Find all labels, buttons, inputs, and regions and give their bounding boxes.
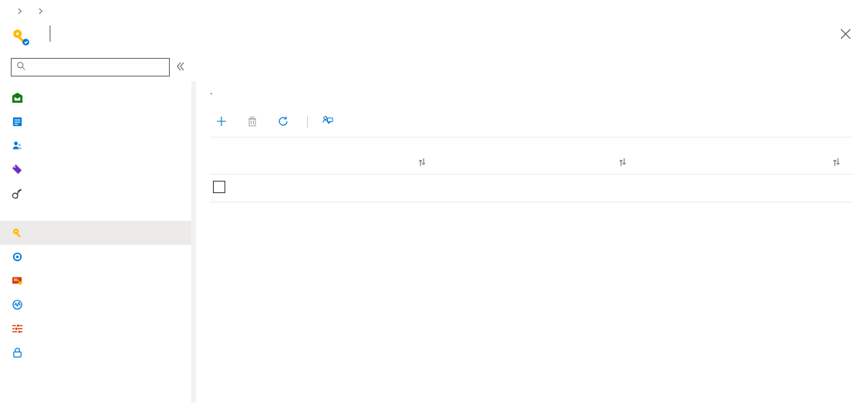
collapse-sidebar-button[interactable] — [176, 62, 185, 73]
svg-rect-26 — [12, 325, 15, 326]
gear-icon — [11, 251, 23, 263]
trash-icon — [247, 116, 258, 129]
svg-point-11 — [18, 144, 20, 146]
svg-point-33 — [18, 331, 20, 333]
svg-rect-34 — [21, 331, 22, 332]
scrollbar-track[interactable] — [191, 81, 196, 403]
table-row[interactable] — [210, 175, 853, 202]
sidebar-item-access-control[interactable] — [0, 134, 196, 158]
refresh-button[interactable] — [272, 113, 299, 132]
svg-point-12 — [14, 166, 15, 168]
svg-rect-7 — [14, 120, 20, 121]
sidebar-search-box[interactable] — [11, 58, 170, 76]
column-header-name[interactable] — [238, 158, 438, 169]
sidebar-item-overview[interactable] — [0, 86, 196, 110]
breadcrumb — [0, 0, 868, 18]
sidebar-item-nginx-monitoring[interactable] — [0, 293, 196, 317]
svg-point-20 — [15, 256, 18, 258]
svg-rect-40 — [251, 117, 254, 118]
sidebar-nav — [0, 83, 196, 365]
svg-rect-36 — [249, 119, 255, 126]
svg-line-15 — [17, 192, 19, 194]
sort-icon — [418, 158, 438, 169]
identity-icon — [11, 227, 23, 239]
svg-rect-8 — [14, 122, 20, 123]
sidebar-item-locks[interactable] — [0, 341, 196, 365]
remove-button[interactable] — [241, 113, 269, 132]
close-button[interactable] — [834, 22, 857, 46]
tags-icon — [11, 164, 23, 176]
sidebar-item-tags[interactable] — [0, 158, 196, 182]
svg-rect-29 — [12, 328, 14, 329]
column-header-subscription[interactable] — [639, 158, 853, 169]
svg-rect-18 — [15, 233, 20, 238]
svg-point-10 — [14, 141, 18, 145]
sidebar-item-nginx-certificates[interactable] — [0, 269, 196, 293]
svg-line-5 — [22, 67, 25, 70]
svg-rect-9 — [14, 124, 18, 124]
svg-point-3 — [22, 39, 29, 46]
tabbar — [210, 59, 853, 73]
properties-icon — [11, 323, 23, 335]
description-text: . — [210, 84, 853, 98]
svg-point-13 — [12, 193, 18, 199]
overview-icon — [11, 92, 23, 104]
table-header — [210, 153, 853, 175]
svg-rect-23 — [13, 280, 19, 281]
svg-rect-42 — [328, 118, 333, 122]
sidebar-heading-settings — [0, 205, 196, 221]
access-control-icon — [11, 140, 23, 152]
sidebar-item-diagnose[interactable] — [0, 182, 196, 205]
feedback-button[interactable] — [316, 112, 344, 132]
search-icon — [16, 61, 26, 73]
svg-rect-31 — [17, 328, 22, 329]
activity-log-icon — [11, 116, 23, 128]
feedback-icon — [322, 115, 333, 129]
sidebar-item-activity-log[interactable] — [0, 110, 196, 134]
page-header: | — [0, 18, 868, 55]
svg-rect-28 — [19, 325, 22, 326]
svg-point-24 — [18, 281, 22, 285]
main-content: . — [196, 55, 868, 403]
svg-rect-14 — [17, 188, 22, 192]
column-header-resource-group[interactable] — [438, 158, 639, 169]
svg-rect-35 — [13, 352, 20, 358]
sidebar-item-identity[interactable] — [0, 221, 196, 245]
svg-rect-32 — [12, 331, 17, 332]
lock-icon — [11, 347, 23, 359]
monitor-icon — [11, 299, 23, 311]
plus-icon — [216, 116, 227, 129]
chevron-right-icon — [17, 6, 22, 15]
key-identity-icon — [11, 27, 31, 47]
certificate-icon — [11, 275, 23, 287]
sort-icon — [619, 158, 639, 169]
refresh-icon — [278, 116, 289, 129]
chevron-right-icon — [38, 6, 43, 15]
svg-rect-22 — [13, 279, 17, 280]
sidebar-item-nginx-configuration[interactable] — [0, 245, 196, 269]
svg-point-41 — [324, 117, 327, 120]
svg-point-27 — [16, 324, 19, 327]
toolbar-separator — [307, 116, 308, 128]
title-separator: | — [48, 22, 52, 42]
svg-point-1 — [16, 32, 19, 35]
diagnose-icon — [11, 188, 23, 200]
svg-point-30 — [15, 328, 17, 330]
add-button[interactable] — [210, 113, 238, 132]
sidebar-search-input[interactable] — [26, 61, 164, 74]
svg-point-4 — [18, 63, 23, 68]
svg-point-17 — [15, 231, 16, 233]
row-checkbox[interactable] — [213, 181, 225, 193]
toolbar — [210, 112, 853, 137]
identities-table — [210, 153, 853, 202]
sidebar-item-properties[interactable] — [0, 317, 196, 341]
sidebar — [0, 55, 196, 403]
sort-icon — [833, 158, 853, 169]
